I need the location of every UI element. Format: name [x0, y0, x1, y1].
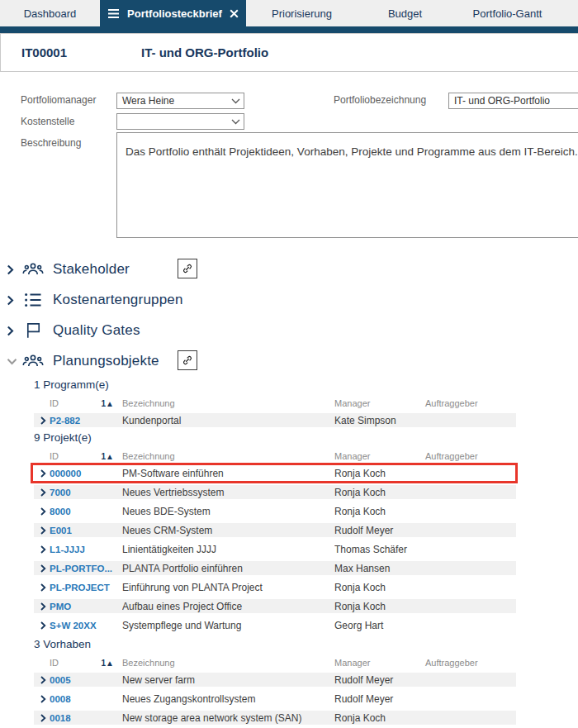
cell-bezeichnung: Neues Zugangskontrollsystem [122, 693, 334, 705]
section-expander[interactable] [7, 264, 18, 275]
cell-id-link[interactable]: 0018 [50, 713, 122, 723]
table-row-pmo[interactable]: PMOAufbau eines Project OfficeRonja Koch [34, 599, 516, 613]
row-expander[interactable] [34, 416, 50, 425]
column-header-auftraggeber[interactable]: Auftraggeber [425, 451, 516, 461]
tab-label: Dashboard [24, 7, 77, 20]
cell-bezeichnung: Kundenportal [122, 415, 334, 426]
row-expander[interactable] [34, 526, 50, 535]
cell-id-link[interactable]: 8000 [50, 507, 122, 516]
link-button[interactable] [178, 350, 197, 370]
table-row-7000[interactable]: 7000Neues VertriebssystemRonja Koch [34, 485, 516, 499]
column-header-manager[interactable]: Manager [334, 451, 425, 461]
row-expander[interactable] [34, 545, 50, 554]
row-expander[interactable] [34, 564, 50, 573]
cell-manager: Ronja Koch [334, 601, 425, 612]
section-stakeholder[interactable]: Stakeholder [7, 258, 130, 281]
cell-bezeichnung: New server farm [122, 674, 334, 686]
column-header-manager[interactable]: Manager [334, 658, 425, 668]
tab-label: Priorisierung [272, 7, 332, 20]
table-row-0005[interactable]: 0005New server farmRudolf Meyer [34, 673, 516, 687]
table-row-s-w-20xx[interactable]: S+W 20XXSystempflege und WartungGeorg Ha… [34, 618, 516, 632]
chevron-right-icon [7, 295, 14, 306]
row-expander[interactable] [34, 621, 50, 630]
cell-id-link[interactable]: P2-882 [50, 416, 122, 426]
beschreibung-textarea[interactable]: Das Portfolio enthält Projektideen, Vorh… [116, 132, 578, 238]
cell-id-link[interactable]: L1-JJJJ [50, 545, 122, 554]
cell-id-link[interactable]: 0008 [50, 694, 122, 704]
section-expander[interactable] [7, 295, 18, 306]
table-row-pl-portfo[interactable]: PL-PORTFO...PLANTA Portfolio einführenMa… [34, 561, 516, 575]
column-header-bezeichnung[interactable]: Bezeichnung [122, 398, 334, 408]
sort-ascending-indicator[interactable]: 1▲ [102, 452, 114, 461]
sort-ascending-indicator[interactable]: 1▲ [102, 659, 114, 668]
cell-id-link[interactable]: S+W 20XX [50, 621, 122, 630]
section-expander[interactable] [7, 358, 18, 365]
cell-id-link[interactable]: 0005 [50, 675, 122, 685]
table-title: 9 Projekt(e) [34, 431, 516, 445]
cell-id-link[interactable]: PMO [50, 602, 122, 611]
cell-bezeichnung: Einführung von PLANTA Project [122, 582, 334, 593]
tab-portfoliosteckbrief[interactable]: Portfoliosteckbrief [100, 0, 246, 26]
section-label: Kostenartengruppen [53, 292, 183, 308]
column-header-auftraggeber[interactable]: Auftraggeber [425, 658, 516, 668]
portfolio-header: IT00001 IT- und ORG-Portfolio [0, 33, 578, 72]
row-expander[interactable] [34, 507, 50, 516]
cell-id-link[interactable]: 000000 [50, 469, 122, 478]
link-icon [181, 262, 194, 275]
table-row-e001[interactable]: E001Neues CRM-SystemRudolf Meyer [34, 523, 516, 537]
table-row-l1-jjjj[interactable]: L1-JJJJLinientätigkeiten JJJJThomas Schä… [34, 542, 516, 556]
cell-id-link[interactable]: E001 [50, 526, 122, 535]
tab-priorisierung[interactable]: Priorisierung [246, 0, 358, 26]
portfolio-id: IT00001 [21, 45, 141, 59]
link-button[interactable] [178, 259, 197, 278]
column-header-bezeichnung[interactable]: Bezeichnung [122, 658, 334, 668]
kostenstelle-select[interactable] [116, 113, 244, 130]
sort-ascending-indicator[interactable]: 1▲ [102, 399, 114, 408]
table-row-000000[interactable]: 000000PM-Software einführenRonja Koch [34, 466, 516, 480]
column-header-auftraggeber[interactable]: Auftraggeber [425, 398, 516, 408]
section-quality-gates[interactable]: Quality Gates [7, 319, 140, 342]
section-kostenartengruppen[interactable]: Kostenartengruppen [7, 288, 183, 312]
table-row-p2-882[interactable]: P2-882KundenportalKate Simpson [34, 413, 516, 427]
chevron-down-icon [231, 98, 240, 104]
close-icon[interactable] [230, 9, 239, 18]
table-row-0018[interactable]: 0018New storage area network system (SAN… [34, 711, 516, 725]
portfoliobezeichnung-input[interactable]: IT- und ORG-Portfolio [448, 93, 578, 109]
table-row-pl-project[interactable]: PL-PROJECTEinführung von PLANTA ProjectR… [34, 580, 516, 594]
section-planungsobjekte[interactable]: Planungsobjekte [7, 350, 159, 373]
menu-icon[interactable] [107, 8, 120, 19]
row-expander[interactable] [34, 469, 50, 478]
column-header-manager[interactable]: Manager [334, 398, 425, 408]
portfoliomanager-select[interactable]: Wera Heine [116, 93, 244, 109]
list-icon [22, 290, 44, 310]
column-header-id[interactable]: ID [50, 451, 59, 461]
cell-id-link[interactable]: PL-PROJECT [50, 583, 122, 592]
row-expander[interactable] [34, 602, 50, 611]
tab-portfolio-gantt[interactable]: Portfolio-Gantt [452, 0, 562, 26]
cell-manager: Rudolf Meyer [334, 525, 425, 536]
column-header-bezeichnung[interactable]: Bezeichnung [122, 451, 334, 461]
cell-manager: Ronja Koch [334, 712, 425, 724]
row-expander[interactable] [34, 714, 50, 722]
portfoliobezeichnung-value: IT- und ORG-Portfolio [454, 95, 550, 107]
chevron-right-icon [7, 326, 14, 336]
cell-id-link[interactable]: 7000 [50, 488, 122, 497]
table-header-row: ID1▲BezeichnungManagerAuftraggeber [34, 450, 516, 462]
table-1-programm-e: 1 Programm(e)ID1▲BezeichnungManagerAuftr… [34, 378, 516, 432]
row-expander[interactable] [34, 676, 50, 684]
column-header-id[interactable]: ID [50, 398, 59, 408]
tab-dashboard[interactable]: Dashboard [0, 0, 100, 26]
table-title: 3 Vorhaben [34, 638, 516, 651]
row-expander[interactable] [34, 583, 50, 592]
link-icon [181, 354, 194, 367]
tab-budget[interactable]: Budget [358, 0, 452, 26]
row-expander[interactable] [34, 695, 50, 703]
table-row-8000[interactable]: 8000Neues BDE-SystemRonja Koch [34, 504, 516, 518]
cell-manager: Rudolf Meyer [334, 693, 425, 705]
cell-bezeichnung: Neues Vertriebssystem [122, 487, 334, 498]
row-expander[interactable] [34, 488, 50, 497]
table-row-0008[interactable]: 0008Neues ZugangskontrollsystemRudolf Me… [34, 692, 516, 706]
cell-id-link[interactable]: PL-PORTFO... [50, 564, 122, 573]
section-expander[interactable] [7, 326, 18, 336]
column-header-id[interactable]: ID [50, 658, 59, 668]
